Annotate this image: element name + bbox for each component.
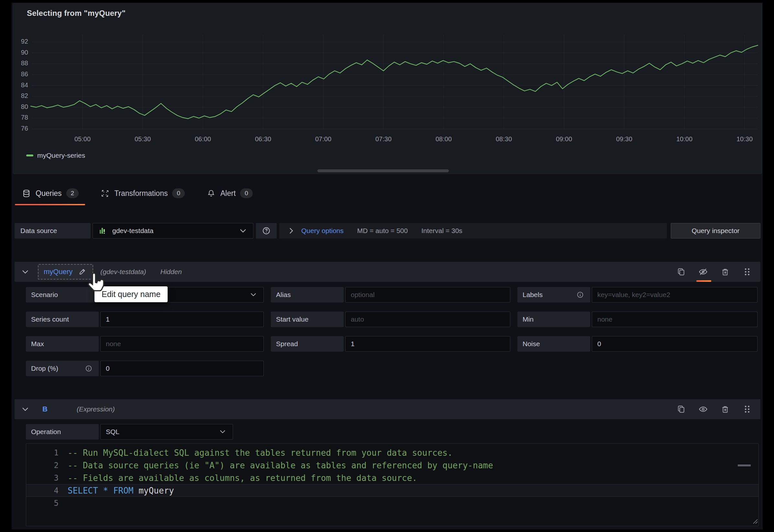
operation-label: Operation bbox=[26, 424, 99, 440]
testdata-datasource-icon bbox=[98, 226, 108, 236]
query-a-name[interactable]: myQuery bbox=[44, 268, 72, 276]
tab-alert-count: 0 bbox=[240, 188, 253, 198]
x-tick-label: 10:30 bbox=[725, 135, 764, 143]
query-b-actions bbox=[676, 399, 752, 419]
min-label: Min bbox=[517, 312, 590, 327]
horizontal-scrollbar[interactable] bbox=[317, 169, 449, 172]
info-circle-icon[interactable] bbox=[84, 364, 93, 373]
collapse-chevron-icon[interactable] bbox=[20, 267, 30, 277]
datasource-picker[interactable]: gdev-testdata bbox=[92, 223, 253, 239]
database-icon bbox=[21, 188, 31, 198]
y-tick-label: 84 bbox=[13, 81, 28, 89]
series-count-input[interactable] bbox=[100, 312, 264, 327]
x-tick-label: 10:00 bbox=[665, 135, 704, 143]
y-tick-label: 76 bbox=[13, 125, 28, 132]
labels-field: Labels bbox=[517, 287, 758, 303]
query-a-header[interactable]: myQuery (gdev-testdata) Hidden bbox=[15, 262, 760, 282]
x-tick-label: 06:00 bbox=[183, 135, 222, 143]
operation-select[interactable]: SQL bbox=[100, 424, 233, 440]
code-line[interactable]: 4SELECT * FROM myQuery bbox=[26, 484, 758, 497]
angle-right-icon bbox=[286, 226, 296, 236]
operation-value: SQL bbox=[106, 428, 218, 436]
tab-queries[interactable]: Queries 2 bbox=[15, 183, 85, 205]
max-field: Max bbox=[26, 336, 264, 352]
code-line[interactable]: 3-- Fields are available as columns, as … bbox=[26, 472, 758, 484]
eye-icon[interactable] bbox=[698, 404, 708, 414]
code-line[interactable]: 1-- Run MySQL-dialect SQL against the ta… bbox=[26, 446, 758, 459]
question-circle-icon bbox=[262, 226, 271, 236]
info-circle-icon[interactable] bbox=[575, 290, 585, 300]
code-line[interactable]: 5 bbox=[26, 497, 758, 509]
series-count-label: Series count bbox=[26, 312, 99, 327]
eye-slash-icon[interactable] bbox=[698, 267, 708, 277]
datasource-help-button[interactable] bbox=[256, 223, 277, 239]
legend-series-label[interactable]: myQuery-series bbox=[37, 152, 85, 159]
line-text: -- Fields are available as columns, as r… bbox=[68, 473, 417, 483]
chevron-down-icon bbox=[218, 427, 228, 437]
x-tick-label: 09:00 bbox=[544, 135, 584, 143]
labels-input[interactable] bbox=[592, 287, 758, 303]
drop-label-text: Drop (%) bbox=[31, 365, 58, 372]
tab-queries-count: 2 bbox=[66, 188, 79, 198]
duplicate-query-icon[interactable] bbox=[676, 404, 686, 414]
start-value-label: Start value bbox=[271, 312, 344, 327]
query-inspector-button[interactable]: Query inspector bbox=[671, 223, 760, 239]
y-tick-label: 80 bbox=[13, 103, 28, 111]
tab-transformations[interactable]: Transformations 0 bbox=[93, 183, 191, 205]
transform-icon bbox=[100, 188, 110, 198]
min-input[interactable] bbox=[592, 312, 758, 327]
line-text: -- Run MySQL-dialect SQL against the tab… bbox=[68, 448, 453, 458]
query-b-header[interactable]: B (Expression) bbox=[15, 399, 760, 419]
hand-cursor-icon bbox=[85, 271, 107, 297]
query-options-interval: Interval = 30s bbox=[421, 227, 462, 235]
query-name-edit-box[interactable]: myQuery bbox=[38, 264, 93, 280]
query-a-datasource: (gdev-testdata) bbox=[100, 268, 146, 276]
operation-row: Operation SQL bbox=[26, 424, 233, 440]
query-options-label[interactable]: Query options bbox=[301, 227, 344, 235]
y-tick-label: 86 bbox=[13, 70, 28, 78]
bell-icon bbox=[206, 188, 216, 198]
line-number: 5 bbox=[26, 499, 59, 508]
code-line[interactable]: 2-- Data source queries (ie "A") are ava… bbox=[26, 459, 758, 472]
sql-code-lines[interactable]: 1-- Run MySQL-dialect SQL against the ta… bbox=[26, 446, 758, 509]
legend[interactable]: myQuery-series bbox=[26, 152, 85, 159]
line-number: 2 bbox=[26, 461, 59, 470]
x-tick-label: 07:00 bbox=[304, 135, 343, 143]
start-value-input[interactable] bbox=[345, 312, 510, 327]
resize-handle-icon[interactable] bbox=[752, 518, 758, 525]
editor-tabs: Queries 2 Transformations 0 bbox=[15, 183, 259, 205]
labels-label: Labels bbox=[517, 287, 590, 303]
drag-handle-icon[interactable] bbox=[742, 404, 752, 414]
drop-input[interactable] bbox=[100, 361, 264, 376]
timeseries-chart[interactable] bbox=[13, 4, 762, 174]
x-tick-label: 07:30 bbox=[364, 135, 403, 143]
drag-handle-icon[interactable] bbox=[742, 267, 752, 277]
series-count-field: Series count bbox=[26, 312, 264, 327]
line-number: 4 bbox=[26, 486, 59, 495]
sql-code-editor[interactable]: 1-- Run MySQL-dialect SQL against the ta… bbox=[26, 443, 759, 526]
trash-icon[interactable] bbox=[720, 267, 730, 277]
query-b-name[interactable]: B bbox=[42, 405, 48, 413]
tab-alert[interactable]: Alert 0 bbox=[200, 183, 259, 205]
min-field: Min bbox=[517, 312, 758, 327]
max-input[interactable] bbox=[100, 336, 264, 352]
spread-field: Spread bbox=[271, 336, 510, 352]
spread-input[interactable] bbox=[345, 336, 510, 352]
alias-field: Alias bbox=[271, 287, 510, 303]
max-label: Max bbox=[26, 336, 99, 352]
trash-icon[interactable] bbox=[720, 404, 730, 414]
x-tick-label: 05:30 bbox=[123, 135, 162, 143]
duplicate-query-icon[interactable] bbox=[676, 267, 686, 277]
query-options-collapse[interactable]: Query options MD = auto = 500 Interval =… bbox=[279, 223, 667, 239]
y-tick-label: 92 bbox=[13, 38, 28, 45]
x-tick-label: 06:30 bbox=[244, 135, 283, 143]
alias-input[interactable] bbox=[345, 287, 510, 303]
spread-label: Spread bbox=[271, 336, 344, 352]
query-options-md: MD = auto = 500 bbox=[357, 227, 408, 235]
chevron-down-icon bbox=[238, 226, 248, 236]
x-tick-label: 08:30 bbox=[484, 135, 523, 143]
y-tick-label: 88 bbox=[13, 59, 28, 67]
x-tick-label: 08:00 bbox=[424, 135, 463, 143]
noise-input[interactable] bbox=[592, 336, 758, 352]
collapse-chevron-icon[interactable] bbox=[20, 404, 30, 414]
